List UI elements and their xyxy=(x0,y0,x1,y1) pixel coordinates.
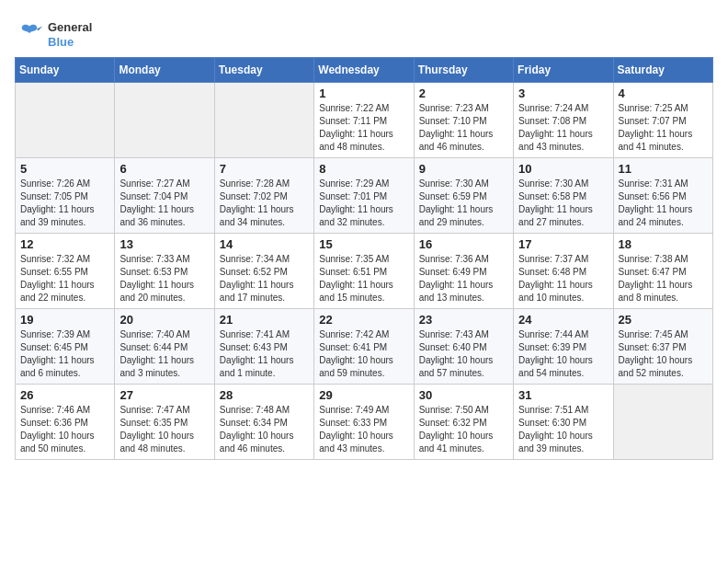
day-info: Sunrise: 7:50 AM Sunset: 6:32 PM Dayligh… xyxy=(419,404,508,455)
day-of-week-header: Monday xyxy=(115,58,214,83)
calendar-cell: 12Sunrise: 7:32 AM Sunset: 6:55 PM Dayli… xyxy=(16,234,115,309)
day-number: 10 xyxy=(518,162,608,176)
calendar-cell: 15Sunrise: 7:35 AM Sunset: 6:51 PM Dayli… xyxy=(314,234,414,309)
day-number: 15 xyxy=(319,237,408,251)
day-of-week-header: Tuesday xyxy=(214,58,313,83)
day-number: 4 xyxy=(619,86,708,100)
day-of-week-header: Thursday xyxy=(414,58,513,83)
calendar-cell: 14Sunrise: 7:34 AM Sunset: 6:52 PM Dayli… xyxy=(214,234,313,309)
day-number: 1 xyxy=(319,86,408,100)
day-info: Sunrise: 7:22 AM Sunset: 7:11 PM Dayligh… xyxy=(319,102,408,154)
logo: General Blue xyxy=(15,15,92,50)
calendar-cell: 28Sunrise: 7:48 AM Sunset: 6:34 PM Dayli… xyxy=(214,385,313,460)
day-number: 8 xyxy=(319,162,408,176)
calendar-cell: 6Sunrise: 7:27 AM Sunset: 7:04 PM Daylig… xyxy=(115,158,214,234)
day-info: Sunrise: 7:31 AM Sunset: 6:56 PM Dayligh… xyxy=(619,178,708,229)
day-info: Sunrise: 7:44 AM Sunset: 6:39 PM Dayligh… xyxy=(518,328,608,380)
calendar-week-row: 12Sunrise: 7:32 AM Sunset: 6:55 PM Dayli… xyxy=(16,234,713,309)
calendar-cell: 17Sunrise: 7:37 AM Sunset: 6:48 PM Dayli… xyxy=(514,234,613,309)
calendar-cell xyxy=(214,83,313,158)
day-info: Sunrise: 7:27 AM Sunset: 7:04 PM Dayligh… xyxy=(119,178,209,229)
calendar-cell: 10Sunrise: 7:30 AM Sunset: 6:58 PM Dayli… xyxy=(514,158,613,234)
day-info: Sunrise: 7:47 AM Sunset: 6:35 PM Dayligh… xyxy=(119,404,209,455)
day-of-week-header: Sunday xyxy=(16,58,115,83)
calendar-cell: 2Sunrise: 7:23 AM Sunset: 7:10 PM Daylig… xyxy=(414,83,513,158)
calendar-week-row: 19Sunrise: 7:39 AM Sunset: 6:45 PM Dayli… xyxy=(16,309,713,385)
calendar-cell: 30Sunrise: 7:50 AM Sunset: 6:32 PM Dayli… xyxy=(414,385,513,460)
calendar-cell: 21Sunrise: 7:41 AM Sunset: 6:43 PM Dayli… xyxy=(214,309,313,385)
day-info: Sunrise: 7:26 AM Sunset: 7:05 PM Dayligh… xyxy=(20,178,109,229)
logo-blue: Blue xyxy=(48,35,92,50)
day-number: 26 xyxy=(20,388,109,402)
day-info: Sunrise: 7:40 AM Sunset: 6:44 PM Dayligh… xyxy=(119,328,209,380)
calendar-cell: 7Sunrise: 7:28 AM Sunset: 7:02 PM Daylig… xyxy=(214,158,313,234)
calendar-cell xyxy=(16,83,115,158)
day-info: Sunrise: 7:29 AM Sunset: 7:01 PM Dayligh… xyxy=(319,178,408,229)
calendar-cell xyxy=(115,83,214,158)
calendar-week-row: 26Sunrise: 7:46 AM Sunset: 6:36 PM Dayli… xyxy=(16,385,713,460)
day-number: 18 xyxy=(619,237,708,251)
calendar-cell: 23Sunrise: 7:43 AM Sunset: 6:40 PM Dayli… xyxy=(414,309,513,385)
calendar-cell: 20Sunrise: 7:40 AM Sunset: 6:44 PM Dayli… xyxy=(115,309,214,385)
day-number: 20 xyxy=(119,313,209,327)
day-number: 14 xyxy=(220,237,309,251)
calendar-cell xyxy=(613,385,712,460)
day-number: 9 xyxy=(419,162,508,176)
day-number: 31 xyxy=(518,388,608,402)
day-info: Sunrise: 7:33 AM Sunset: 6:53 PM Dayligh… xyxy=(119,253,209,304)
calendar-cell: 13Sunrise: 7:33 AM Sunset: 6:53 PM Dayli… xyxy=(115,234,214,309)
day-number: 23 xyxy=(419,313,508,327)
day-number: 29 xyxy=(319,388,408,402)
day-info: Sunrise: 7:46 AM Sunset: 6:36 PM Dayligh… xyxy=(20,404,109,455)
day-number: 12 xyxy=(20,237,109,251)
day-number: 7 xyxy=(220,162,309,176)
calendar-cell: 27Sunrise: 7:47 AM Sunset: 6:35 PM Dayli… xyxy=(115,385,214,460)
day-info: Sunrise: 7:23 AM Sunset: 7:10 PM Dayligh… xyxy=(419,102,508,154)
day-of-week-header: Friday xyxy=(514,58,613,83)
day-number: 27 xyxy=(119,388,209,402)
calendar-cell: 4Sunrise: 7:25 AM Sunset: 7:07 PM Daylig… xyxy=(613,83,712,158)
calendar-cell: 8Sunrise: 7:29 AM Sunset: 7:01 PM Daylig… xyxy=(314,158,414,234)
calendar-cell: 9Sunrise: 7:30 AM Sunset: 6:59 PM Daylig… xyxy=(414,158,513,234)
day-number: 2 xyxy=(419,86,508,100)
day-info: Sunrise: 7:30 AM Sunset: 6:59 PM Dayligh… xyxy=(419,178,508,229)
day-info: Sunrise: 7:38 AM Sunset: 6:47 PM Dayligh… xyxy=(619,253,708,304)
day-info: Sunrise: 7:41 AM Sunset: 6:43 PM Dayligh… xyxy=(220,328,309,380)
calendar-cell: 3Sunrise: 7:24 AM Sunset: 7:08 PM Daylig… xyxy=(514,83,613,158)
day-number: 3 xyxy=(518,86,608,100)
day-number: 22 xyxy=(319,313,408,327)
day-number: 16 xyxy=(419,237,508,251)
day-info: Sunrise: 7:42 AM Sunset: 6:41 PM Dayligh… xyxy=(319,328,408,380)
day-info: Sunrise: 7:36 AM Sunset: 6:49 PM Dayligh… xyxy=(419,253,508,304)
day-info: Sunrise: 7:35 AM Sunset: 6:51 PM Dayligh… xyxy=(319,253,408,304)
day-info: Sunrise: 7:28 AM Sunset: 7:02 PM Dayligh… xyxy=(220,178,309,229)
calendar-cell: 1Sunrise: 7:22 AM Sunset: 7:11 PM Daylig… xyxy=(314,83,414,158)
day-info: Sunrise: 7:43 AM Sunset: 6:40 PM Dayligh… xyxy=(419,328,508,380)
day-of-week-header: Saturday xyxy=(613,58,712,83)
day-info: Sunrise: 7:34 AM Sunset: 6:52 PM Dayligh… xyxy=(220,253,309,304)
day-number: 19 xyxy=(20,313,109,327)
day-number: 21 xyxy=(220,313,309,327)
day-info: Sunrise: 7:32 AM Sunset: 6:55 PM Dayligh… xyxy=(20,253,109,304)
calendar-cell: 25Sunrise: 7:45 AM Sunset: 6:37 PM Dayli… xyxy=(613,309,712,385)
calendar-week-row: 1Sunrise: 7:22 AM Sunset: 7:11 PM Daylig… xyxy=(16,83,713,158)
day-number: 28 xyxy=(220,388,309,402)
day-info: Sunrise: 7:39 AM Sunset: 6:45 PM Dayligh… xyxy=(20,328,109,380)
calendar-cell: 19Sunrise: 7:39 AM Sunset: 6:45 PM Dayli… xyxy=(16,309,115,385)
day-of-week-header: Wednesday xyxy=(314,58,414,83)
day-number: 13 xyxy=(119,237,209,251)
logo-bird-icon xyxy=(15,20,44,50)
calendar-header-row: SundayMondayTuesdayWednesdayThursdayFrid… xyxy=(16,58,713,83)
calendar: SundayMondayTuesdayWednesdayThursdayFrid… xyxy=(15,57,713,460)
day-number: 17 xyxy=(518,237,608,251)
calendar-week-row: 5Sunrise: 7:26 AM Sunset: 7:05 PM Daylig… xyxy=(16,158,713,234)
day-number: 25 xyxy=(619,313,708,327)
calendar-cell: 29Sunrise: 7:49 AM Sunset: 6:33 PM Dayli… xyxy=(314,385,414,460)
calendar-cell: 31Sunrise: 7:51 AM Sunset: 6:30 PM Dayli… xyxy=(514,385,613,460)
calendar-cell: 24Sunrise: 7:44 AM Sunset: 6:39 PM Dayli… xyxy=(514,309,613,385)
header: General Blue xyxy=(15,15,713,50)
day-info: Sunrise: 7:30 AM Sunset: 6:58 PM Dayligh… xyxy=(518,178,608,229)
day-info: Sunrise: 7:25 AM Sunset: 7:07 PM Dayligh… xyxy=(619,102,708,154)
day-info: Sunrise: 7:49 AM Sunset: 6:33 PM Dayligh… xyxy=(319,404,408,455)
day-info: Sunrise: 7:45 AM Sunset: 6:37 PM Dayligh… xyxy=(619,328,708,380)
